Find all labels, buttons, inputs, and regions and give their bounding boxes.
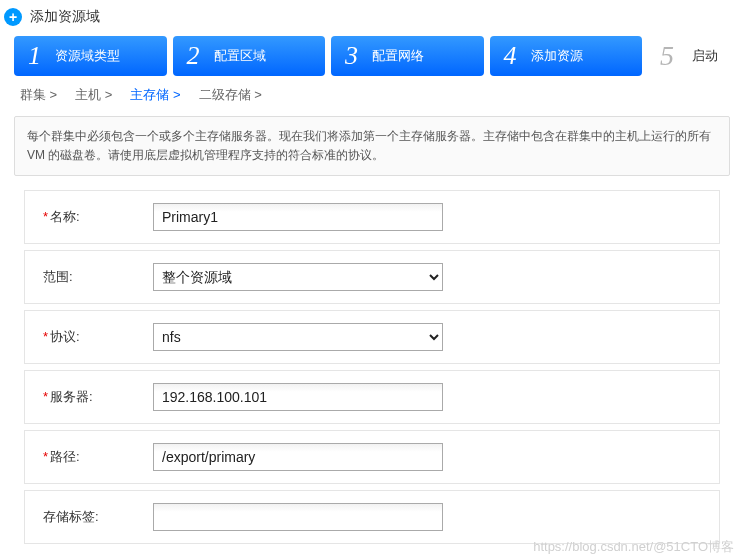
description-box: 每个群集中必须包含一个或多个主存储服务器。现在我们将添加第一个主存储服务器。主存…: [14, 116, 730, 176]
step-number: 5: [660, 40, 674, 72]
step-label: 添加资源: [531, 49, 583, 63]
form-row-name: *名称:: [24, 190, 720, 244]
form-row-protocol: *协议: nfs: [24, 310, 720, 364]
name-label: *名称:: [43, 208, 153, 226]
server-input[interactable]: [153, 383, 443, 411]
wizard-steps: 1 资源域类型 2 配置区域 3 配置网络 4 添加资源 5 启动: [0, 36, 744, 76]
step-3[interactable]: 3 配置网络: [331, 36, 484, 76]
breadcrumb-host[interactable]: 主机 >: [75, 86, 112, 104]
step-2[interactable]: 2 配置区域: [173, 36, 326, 76]
form-row-server: *服务器:: [24, 370, 720, 424]
breadcrumb-cluster[interactable]: 群集 >: [20, 86, 57, 104]
tag-label: 存储标签:: [43, 508, 153, 526]
step-5: 5 启动: [648, 40, 730, 72]
plus-icon: +: [4, 8, 22, 26]
step-number: 2: [187, 41, 200, 71]
scope-select[interactable]: 整个资源域: [153, 263, 443, 291]
step-label: 配置网络: [372, 49, 424, 63]
step-number: 4: [504, 41, 517, 71]
path-label: *路径:: [43, 448, 153, 466]
step-label: 启动: [692, 47, 718, 65]
step-label: 配置区域: [214, 49, 266, 63]
form-row-path: *路径:: [24, 430, 720, 484]
protocol-select[interactable]: nfs: [153, 323, 443, 351]
label-text: 协议:: [50, 329, 80, 344]
scope-label: 范围:: [43, 268, 153, 286]
breadcrumb-primary-storage[interactable]: 主存储 >: [130, 86, 180, 104]
label-text: 名称:: [50, 209, 80, 224]
step-label: 资源域类型: [55, 49, 120, 63]
breadcrumb: 群集 > 主机 > 主存储 > 二级存储 >: [0, 76, 744, 112]
label-text: 服务器:: [50, 389, 93, 404]
storage-form: *名称: 范围: 整个资源域 *协议: nfs *服务器: *路径: 存储标签:: [0, 190, 744, 544]
form-row-scope: 范围: 整个资源域: [24, 250, 720, 304]
protocol-label: *协议:: [43, 328, 153, 346]
name-input[interactable]: [153, 203, 443, 231]
step-number: 1: [28, 41, 41, 71]
page-header: + 添加资源域: [0, 0, 744, 36]
step-number: 3: [345, 41, 358, 71]
page-title: 添加资源域: [30, 8, 100, 26]
path-input[interactable]: [153, 443, 443, 471]
watermark: https://blog.csdn.net/@51CTO博客: [533, 538, 734, 556]
tag-input[interactable]: [153, 503, 443, 531]
step-4[interactable]: 4 添加资源: [490, 36, 643, 76]
step-1[interactable]: 1 资源域类型: [14, 36, 167, 76]
server-label: *服务器:: [43, 388, 153, 406]
form-row-tag: 存储标签:: [24, 490, 720, 544]
breadcrumb-secondary-storage[interactable]: 二级存储 >: [199, 86, 262, 104]
label-text: 路径:: [50, 449, 80, 464]
